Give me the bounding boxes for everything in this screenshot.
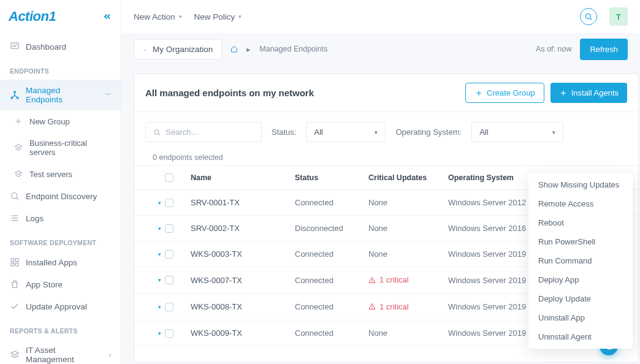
row-menu-toggle[interactable]: ▾: [134, 304, 165, 310]
select-all-checkbox[interactable]: [165, 173, 173, 182]
cell-status: Connected: [295, 249, 368, 259]
nav-it-asset[interactable]: IT Asset Management ›: [0, 339, 121, 364]
context-menu-item[interactable]: Deploy App: [528, 270, 633, 289]
svg-rect-15: [11, 263, 14, 266]
refresh-button[interactable]: Refresh: [580, 39, 628, 60]
nav-update-approval[interactable]: Update Approval: [0, 295, 121, 317]
svg-line-19: [590, 18, 592, 20]
os-filter-select[interactable]: All ▾: [471, 122, 563, 142]
breadcrumb-sep: ▸: [246, 45, 251, 54]
row-menu-toggle[interactable]: ▾: [134, 330, 165, 336]
nav-label: Logs: [26, 214, 44, 223]
network-icon: [10, 90, 20, 100]
context-menu-item[interactable]: Run PowerShell: [528, 232, 633, 251]
nav-label: Installed Apps: [26, 258, 77, 267]
cell-critical: None: [368, 249, 448, 259]
plus-icon: [559, 89, 568, 97]
svg-marker-17: [11, 351, 18, 355]
global-search-button[interactable]: [580, 8, 597, 25]
row-menu-toggle[interactable]: ▾: [134, 200, 165, 206]
user-avatar[interactable]: T: [609, 7, 628, 26]
svg-point-2: [11, 97, 13, 99]
alert-icon: [368, 276, 376, 284]
breadcrumb-home[interactable]: [230, 45, 238, 53]
cell-critical: 1 critical: [368, 275, 448, 286]
cell-name[interactable]: SRV-0001-TX: [191, 198, 295, 207]
cell-status: Connected: [295, 302, 368, 311]
svg-point-8: [12, 193, 17, 199]
os-filter-label: Operating System:: [395, 127, 462, 137]
search-input[interactable]: [166, 127, 254, 137]
col-status[interactable]: Status: [295, 173, 368, 182]
context-menu-item[interactable]: Show Missing Updates: [528, 175, 633, 194]
nav-label: Endpoint Discovery: [26, 192, 97, 201]
nav-app-store[interactable]: App Store: [0, 273, 121, 295]
context-menu-item[interactable]: Uninstall Agent: [528, 327, 633, 346]
svg-marker-7: [15, 171, 22, 175]
nav-new-group[interactable]: New Group: [0, 110, 121, 132]
create-group-button[interactable]: Create Group: [465, 83, 544, 103]
svg-rect-16: [15, 263, 18, 266]
nav-label: Test servers: [29, 170, 72, 179]
nav-label: Dashboard: [26, 42, 66, 51]
nav-label: IT Asset Management: [26, 346, 103, 364]
asof-label: As of: now: [536, 45, 571, 53]
context-menu-item[interactable]: Deploy Update: [528, 289, 633, 308]
new-policy-menu[interactable]: New Policy ▾: [194, 12, 242, 21]
search-box[interactable]: [145, 122, 262, 142]
row-checkbox[interactable]: [165, 329, 173, 338]
chevron-down-icon: ▾: [552, 129, 555, 135]
nav-dashboard[interactable]: Dashboard: [0, 36, 121, 58]
nav-label: New Group: [29, 117, 70, 126]
cell-name[interactable]: SRV-0002-TX: [191, 224, 295, 233]
org-selector[interactable]: ⌄ My Organization: [134, 39, 222, 59]
svg-point-18: [585, 13, 590, 18]
chevron-down-icon: ▾: [375, 129, 378, 135]
dashboard-icon: [10, 42, 20, 51]
col-actions: Actions: [632, 173, 638, 182]
nav-installed-apps[interactable]: Installed Apps: [0, 251, 121, 273]
nav-managed-endpoints[interactable]: Managed Endpoints ﹀: [0, 80, 121, 110]
cell-status: Connected: [295, 276, 368, 285]
svg-point-24: [154, 129, 159, 134]
cell-name[interactable]: WKS-0003-TX: [191, 249, 295, 259]
row-menu-toggle[interactable]: ▾: [134, 226, 165, 232]
nav-logs[interactable]: Logs: [0, 207, 121, 229]
bag-icon: [10, 279, 20, 289]
install-agents-button[interactable]: Install Agents: [550, 83, 627, 103]
cell-name[interactable]: WKS-0008-TX: [191, 302, 295, 311]
menu-label: New Action: [134, 12, 175, 21]
status-filter-select[interactable]: All ▾: [306, 122, 386, 142]
nav-biz-servers[interactable]: Business-critical servers: [0, 132, 121, 163]
col-critical[interactable]: Critical Updates: [368, 173, 448, 182]
status-filter-label: Status:: [272, 127, 296, 137]
plus-icon: [474, 89, 483, 97]
context-menu-item[interactable]: Run Command: [528, 251, 633, 270]
button-label: Create Group: [487, 88, 535, 97]
nav-test-servers[interactable]: Test servers: [0, 163, 121, 185]
cell-critical: None: [368, 198, 448, 207]
cell-name[interactable]: WKS-0009-TX: [191, 328, 295, 338]
row-checkbox[interactable]: [165, 276, 173, 284]
row-checkbox[interactable]: [165, 199, 173, 207]
row-checkbox[interactable]: [165, 303, 173, 311]
row-checkbox[interactable]: [165, 250, 173, 259]
cell-name[interactable]: WKS-0007-TX: [191, 276, 295, 285]
context-menu-item[interactable]: Remote Access: [528, 194, 633, 213]
context-menu-item[interactable]: Reboot: [528, 213, 633, 232]
row-menu-toggle[interactable]: ▾: [134, 251, 165, 257]
row-checkbox[interactable]: [165, 224, 173, 233]
chevron-down-icon: ⌄: [143, 46, 148, 52]
list-icon: [10, 213, 20, 223]
layers-icon: [13, 143, 23, 153]
collapse-sidebar-button[interactable]: [102, 12, 112, 21]
row-context-menu: Show Missing UpdatesRemote AccessRebootR…: [528, 173, 633, 349]
new-action-menu[interactable]: New Action ▾: [134, 12, 182, 21]
nav-endpoint-discovery[interactable]: Endpoint Discovery: [0, 185, 121, 207]
context-menu-item[interactable]: Uninstall App: [528, 308, 633, 327]
row-menu-toggle[interactable]: ▾: [134, 277, 165, 283]
col-name[interactable]: Name: [191, 173, 295, 182]
section-software: SOFTWARE DEPLOYMENT: [0, 229, 121, 251]
sidebar: Action1 Dashboard ENDPOINTS Managed Endp…: [0, 0, 121, 364]
cell-critical: None: [368, 328, 448, 338]
